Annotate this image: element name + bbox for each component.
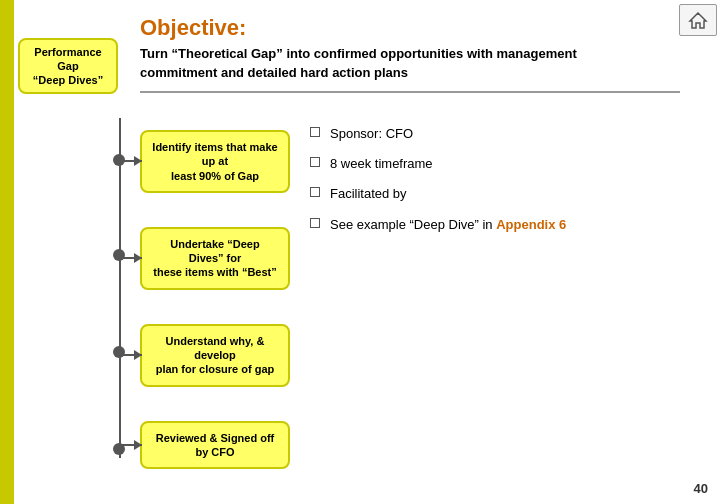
- bullet-square-4: [310, 218, 320, 228]
- perf-gap-line1: Performance Gap: [24, 45, 112, 74]
- flow-box-wrapper-1: Identify items that make up at least 90%…: [80, 130, 290, 193]
- bullet-text-4: See example “Deep Dive” in Appendix 6: [330, 216, 566, 234]
- bullet-item-4: See example “Deep Dive” in Appendix 6: [310, 216, 718, 234]
- sidebar-stripe: [0, 0, 14, 504]
- bullet-list: Sponsor: CFO 8 week timeframe Facilitate…: [310, 125, 718, 246]
- bullet-text-4-before: See example “Deep Dive” in: [330, 217, 496, 232]
- bullet-square-1: [310, 127, 320, 137]
- page-number: 40: [694, 481, 708, 496]
- bullet-item-3: Facilitated by: [310, 185, 718, 203]
- bullet-item-2: 8 week timeframe: [310, 155, 718, 173]
- dot-1: [113, 154, 125, 166]
- appendix-link[interactable]: Appendix 6: [496, 217, 566, 232]
- flow-box-1-label: Identify items that make up at least 90%…: [152, 141, 277, 182]
- bullet-text-1: Sponsor: CFO: [330, 125, 413, 143]
- flow-box-wrapper-4: Reviewed & Signed off by CFO: [80, 421, 290, 470]
- subtitle-line2: commitment and detailed hard action plan…: [140, 65, 408, 80]
- dot-3: [113, 346, 125, 358]
- dot-2: [113, 249, 125, 261]
- objective-section: Objective: Turn “Theoretical Gap” into c…: [140, 15, 718, 93]
- flow-box-4: Reviewed & Signed off by CFO: [140, 421, 290, 470]
- bullet-item-1: Sponsor: CFO: [310, 125, 718, 143]
- bullet-square-3: [310, 187, 320, 197]
- objective-title: Objective:: [140, 15, 718, 41]
- performance-gap-box: Performance Gap “Deep Dives”: [18, 38, 118, 94]
- dot-4: [113, 443, 125, 455]
- flow-box-wrapper-2: Undertake “Deep Dives” for these items w…: [80, 227, 290, 290]
- flowchart: Identify items that make up at least 90%…: [80, 118, 290, 458]
- flow-box-2: Undertake “Deep Dives” for these items w…: [140, 227, 290, 290]
- bullet-text-3: Facilitated by: [330, 185, 407, 203]
- objective-subtitle: Turn “Theoretical Gap” into confirmed op…: [140, 45, 680, 93]
- subtitle-line1: Turn “Theoretical Gap” into confirmed op…: [140, 46, 577, 61]
- flow-box-4-label: Reviewed & Signed off by CFO: [156, 432, 275, 458]
- flow-box-1: Identify items that make up at least 90%…: [140, 130, 290, 193]
- flow-box-2-label: Undertake “Deep Dives” for these items w…: [153, 238, 276, 279]
- flow-box-3: Understand why, & develop plan for closu…: [140, 324, 290, 387]
- flow-box-3-label: Understand why, & develop plan for closu…: [156, 335, 275, 376]
- flow-box-wrapper-3: Understand why, & develop plan for closu…: [80, 324, 290, 387]
- perf-gap-line2: “Deep Dives”: [33, 73, 103, 87]
- bullet-text-2: 8 week timeframe: [330, 155, 433, 173]
- bullet-square-2: [310, 157, 320, 167]
